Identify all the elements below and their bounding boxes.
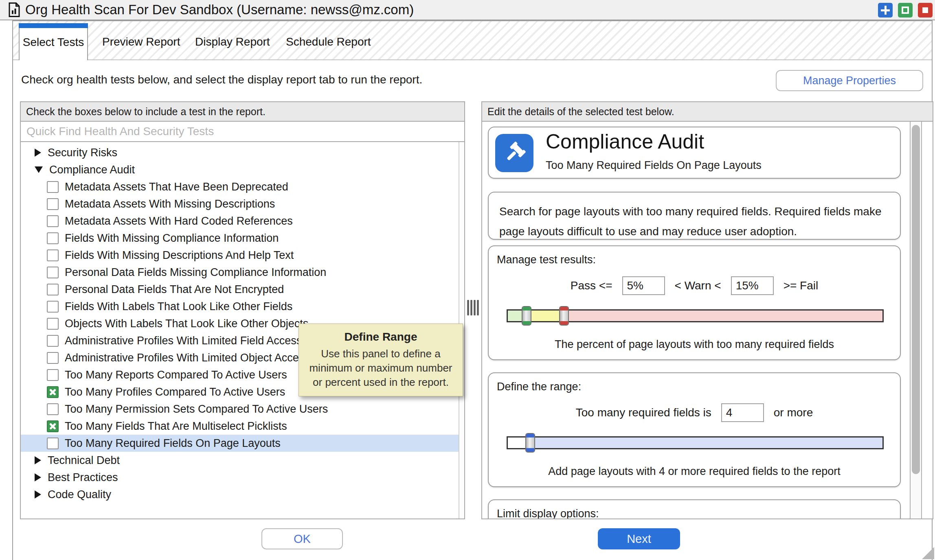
results-caption: The percent of page layouts with too man… <box>489 338 900 351</box>
results-slider[interactable] <box>507 309 884 322</box>
tab-schedule-report[interactable]: Schedule Report <box>286 23 371 60</box>
manage-results-card: Manage test results: Pass <= < Warn < >=… <box>488 245 901 360</box>
range-caption: Add page layouts with 4 or more required… <box>489 465 900 478</box>
tree-group-row[interactable]: Technical Debt <box>21 452 464 469</box>
tree-item-label: Too Many Permission Sets Compared To Act… <box>65 403 328 416</box>
test-category-title: Compliance Audit <box>546 130 704 153</box>
range-value-input[interactable] <box>721 403 764 422</box>
tree-test-row[interactable]: Too Many Required Fields On Page Layouts <box>21 435 464 452</box>
range-row: Too many required fields is or more <box>489 403 900 422</box>
tree-test-row[interactable]: Metadata Assets That Have Been Deprecate… <box>21 178 464 195</box>
test-checkbox[interactable] <box>47 267 59 278</box>
instruction-text: Check org health tests below, and select… <box>21 73 422 86</box>
tree-test-row[interactable]: Fields With Labels That Look Like Other … <box>21 298 464 315</box>
expand-arrow-icon[interactable] <box>35 149 41 157</box>
splitter-handle[interactable] <box>467 300 479 315</box>
pass-threshold-input[interactable] <box>622 276 665 295</box>
ok-button[interactable]: OK <box>261 528 343 549</box>
test-checkbox[interactable] <box>47 438 59 449</box>
expand-arrow-icon[interactable] <box>35 456 41 464</box>
tree-item-label: Personal Data Fields Missing Compliance … <box>65 266 326 279</box>
test-checkbox[interactable] <box>47 232 59 244</box>
details-scrollbar[interactable] <box>910 122 922 518</box>
tab-select-tests[interactable]: Select Tests <box>19 23 88 60</box>
gavel-icon <box>495 134 533 172</box>
maximize-icon[interactable] <box>898 3 913 18</box>
resize-grip[interactable] <box>922 547 934 559</box>
test-checkbox[interactable] <box>47 420 59 432</box>
define-range-tooltip: Define Range Use this panel to define a … <box>298 324 463 396</box>
expand-arrow-icon[interactable] <box>35 490 41 499</box>
tab-strip: Select Tests Preview Report Display Repo… <box>13 21 932 60</box>
tree-test-row[interactable]: Fields With Missing Compliance Informati… <box>21 230 464 247</box>
fail-label: >= Fail <box>784 279 819 292</box>
tree-item-label: Administrative Profiles With Limited Fie… <box>65 335 302 347</box>
tree-test-row[interactable]: Too Many Permission Sets Compared To Act… <box>21 400 464 418</box>
tree-group-row[interactable]: Security Risks <box>21 144 464 161</box>
collapse-arrow-icon[interactable] <box>35 166 43 173</box>
tree-item-label: Technical Debt <box>48 454 120 467</box>
define-range-label: Define the range: <box>489 373 900 393</box>
tree-item-label: Fields With Missing Descriptions And Hel… <box>65 249 294 262</box>
close-icon[interactable] <box>918 3 933 18</box>
manage-properties-button[interactable]: Manage Properties <box>776 70 923 91</box>
tree-group-row[interactable]: Best Practices <box>21 469 464 486</box>
test-checkbox[interactable] <box>47 284 59 295</box>
tree-test-row[interactable]: Fields With Missing Descriptions And Hel… <box>21 247 464 264</box>
warn-segment <box>527 311 564 321</box>
tree-group-row[interactable]: Code Quality <box>21 486 464 503</box>
scrollbar-thumb[interactable] <box>912 125 920 474</box>
title-bar: Org Health Scan For Dev Sandbox (Usernam… <box>0 0 935 20</box>
fail-segment <box>564 311 882 321</box>
test-checkbox[interactable] <box>47 318 59 330</box>
tree-group-row[interactable]: Compliance Audit <box>21 161 464 178</box>
left-panel-header: Check the boxes below to include a test … <box>20 101 465 122</box>
tab-preview-report[interactable]: Preview Report <box>102 23 180 60</box>
test-checkbox[interactable] <box>47 369 59 381</box>
tree-item-label: Administrative Profiles With Limited Obj… <box>65 352 310 364</box>
test-checkbox[interactable] <box>47 181 59 193</box>
warn-slider-handle[interactable] <box>559 306 569 326</box>
tree-test-row[interactable]: Too Many Fields That Are Multiselect Pic… <box>21 418 464 435</box>
tree-item-label: Too Many Reports Compared To Active User… <box>65 369 287 381</box>
tree-test-row[interactable]: Personal Data Fields That Are Not Encryp… <box>21 281 464 298</box>
tree-item-label: Objects With Labels That Look Like Other… <box>65 317 308 330</box>
search-input[interactable] <box>21 122 464 141</box>
test-checkbox[interactable] <box>47 403 59 415</box>
window-controls <box>878 3 933 18</box>
expand-arrow-icon[interactable] <box>35 473 41 481</box>
tree-test-row[interactable]: Metadata Assets With Missing Description… <box>21 195 464 212</box>
test-checkbox[interactable] <box>47 352 59 364</box>
dialog-frame: Select Tests Preview Report Display Repo… <box>12 20 933 560</box>
plus-icon[interactable] <box>878 3 893 18</box>
tree-item-label: Compliance Audit <box>49 164 135 176</box>
range-suffix-label: or more <box>774 406 813 419</box>
range-slider[interactable] <box>507 436 884 449</box>
tree-item-label: Personal Data Fields That Are Not Encryp… <box>65 283 284 296</box>
tree-test-row[interactable]: Metadata Assets With Hard Coded Referenc… <box>21 212 464 230</box>
test-checkbox[interactable] <box>47 386 59 398</box>
test-checkbox[interactable] <box>47 215 59 227</box>
next-button[interactable]: Next <box>598 528 680 549</box>
tooltip-body: Use this panel to define a minimum or ma… <box>306 347 455 389</box>
test-checkbox[interactable] <box>47 249 59 261</box>
tree-item-label: Code Quality <box>48 488 111 501</box>
tooltip-title: Define Range <box>306 330 455 343</box>
test-title-card: Compliance Audit Too Many Required Field… <box>488 127 901 179</box>
pass-slider-handle[interactable] <box>522 306 531 326</box>
test-description: Search for page layouts with too many re… <box>489 192 900 250</box>
tab-display-report[interactable]: Display Report <box>195 23 270 60</box>
search-box <box>20 122 465 142</box>
tree-item-label: Security Risks <box>48 147 117 159</box>
thresholds-row: Pass <= < Warn < >= Fail <box>489 276 900 295</box>
test-description-card: Search for page layouts with too many re… <box>488 192 901 240</box>
tree-test-row[interactable]: Personal Data Fields Missing Compliance … <box>21 264 464 281</box>
pass-label: Pass <= <box>571 279 612 292</box>
test-checkbox[interactable] <box>47 198 59 210</box>
test-checkbox[interactable] <box>47 335 59 347</box>
warn-threshold-input[interactable] <box>731 276 774 295</box>
tree-item-label: Fields With Missing Compliance Informati… <box>65 232 279 245</box>
test-checkbox[interactable] <box>47 301 59 313</box>
range-slider-handle[interactable] <box>525 433 535 453</box>
right-panel-header: Edit the details of the selected test be… <box>481 101 933 122</box>
